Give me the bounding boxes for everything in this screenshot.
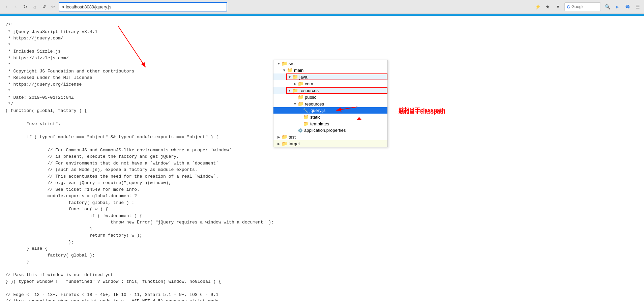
- folder-icon-resources-sub: 📁: [298, 101, 303, 107]
- home-button[interactable]: ⌂: [31, 3, 38, 10]
- tree-label-app-properties: application.properties: [304, 128, 346, 133]
- tree-label-public: public: [305, 95, 316, 100]
- search-magnifier-icon[interactable]: 🔍: [604, 3, 611, 10]
- tree-item-src[interactable]: ▼ 📁 src: [273, 60, 387, 67]
- tree-label-static: static: [310, 115, 320, 120]
- address-bar[interactable]: ● localhost:8080/jquery.js: [59, 2, 227, 11]
- translate-icon[interactable]: 译: [624, 3, 631, 10]
- lock-icon: ●: [62, 4, 64, 9]
- chevron-resources-sub: ▼: [292, 102, 298, 106]
- tree-label-test: test: [289, 134, 296, 140]
- file-tree-panel: ▼ 📁 src ▼ 📁 main ▼ 📁 java ▶ 📁 com: [273, 60, 388, 147]
- folder-icon-public: 📁: [298, 94, 303, 100]
- tree-label-templates: templates: [310, 121, 329, 126]
- tree-item-jquery-js[interactable]: 🔧 jquery.js: [273, 107, 387, 114]
- tree-item-test[interactable]: ▶ 📁 test: [273, 133, 387, 140]
- reload-button[interactable]: ↻: [22, 3, 29, 10]
- folder-icon-main: 📁: [287, 67, 293, 73]
- folder-icon-com: 📁: [298, 81, 303, 86]
- tree-label-com: com: [305, 81, 313, 86]
- chevron-com: ▶: [292, 82, 298, 86]
- classpath-label: 就相当于classpath: [399, 107, 445, 114]
- folder-icon-resources-main: 📁: [292, 88, 298, 93]
- google-search-box[interactable]: G: [564, 2, 601, 11]
- back-button[interactable]: ‹: [3, 3, 10, 10]
- shield-icon[interactable]: ▹: [614, 3, 621, 10]
- tree-label-jquery-js: jquery.js: [310, 108, 325, 113]
- tree-item-app-properties[interactable]: ⚙️ application.properties: [273, 127, 387, 133]
- tree-label-src: src: [289, 61, 294, 66]
- chevron-test: ▶: [276, 135, 282, 139]
- forward-button[interactable]: ›: [12, 3, 20, 10]
- tree-item-java[interactable]: ▼ 📁 java: [273, 73, 387, 80]
- browser-toolbar: ‹ › ↻ ⌂ ↺ ☆ ● localhost:8080/jquery.js ⚡…: [0, 0, 644, 13]
- bookmark-star[interactable]: ☆: [49, 3, 57, 10]
- url-text: localhost:8080/jquery.js: [66, 4, 224, 9]
- tree-label-resources-main: resources: [299, 88, 319, 93]
- tree-label-target: target: [289, 141, 300, 146]
- chevron-java: ▼: [287, 75, 292, 79]
- tree-label-java: java: [299, 74, 308, 80]
- tree-label-main: main: [294, 68, 303, 73]
- google-search-input[interactable]: [572, 4, 598, 9]
- chevron-target: ▶: [276, 142, 282, 146]
- tree-label-resources-sub: resources: [305, 101, 324, 107]
- lightning-icon[interactable]: ⚡: [534, 3, 541, 10]
- file-icon-jquery-js: 🔧: [303, 108, 308, 113]
- tree-item-static[interactable]: 📁 static: [273, 114, 387, 120]
- folder-icon-static: 📁: [303, 114, 309, 120]
- main-content: /*! * jQuery JavaScript Library v3.4.1 *…: [0, 16, 644, 301]
- dropdown-icon[interactable]: ▼: [554, 3, 562, 10]
- browser-chrome: ‹ › ↻ ⌂ ↺ ☆ ● localhost:8080/jquery.js ⚡…: [0, 0, 644, 14]
- folder-icon-src: 📁: [282, 61, 287, 66]
- star-icon[interactable]: ★: [544, 3, 552, 10]
- chevron-src: ▼: [276, 62, 282, 65]
- tree-item-target[interactable]: ▶ 📁 target: [273, 140, 387, 147]
- folder-icon-java: 📁: [292, 74, 298, 80]
- tree-item-public[interactable]: 📁 public: [273, 94, 387, 100]
- chevron-main: ▼: [282, 68, 287, 72]
- google-logo: G: [567, 4, 570, 9]
- toolbar-right: ⚡ ★ ▼ G 🔍 ▹ 译 ☰: [534, 2, 641, 11]
- chevron-resources-main: ▼: [287, 89, 292, 92]
- tree-item-resources-main[interactable]: ▼ 📁 resources: [273, 87, 387, 94]
- folder-icon-templates: 📁: [303, 121, 309, 126]
- tree-item-main[interactable]: ▼ 📁 main: [273, 67, 387, 73]
- tree-item-com[interactable]: ▶ 📁 com: [273, 80, 387, 87]
- file-icon-app-properties: ⚙️: [298, 128, 303, 133]
- folder-icon-test: 📁: [282, 134, 287, 140]
- nav-icon1[interactable]: ↺: [40, 3, 48, 10]
- tree-item-templates[interactable]: 📁 templates: [273, 120, 387, 127]
- menu-icon[interactable]: ☰: [634, 3, 641, 10]
- tree-item-resources-sub[interactable]: ▼ 📁 resources: [273, 100, 387, 107]
- folder-icon-target: 📁: [282, 141, 287, 146]
